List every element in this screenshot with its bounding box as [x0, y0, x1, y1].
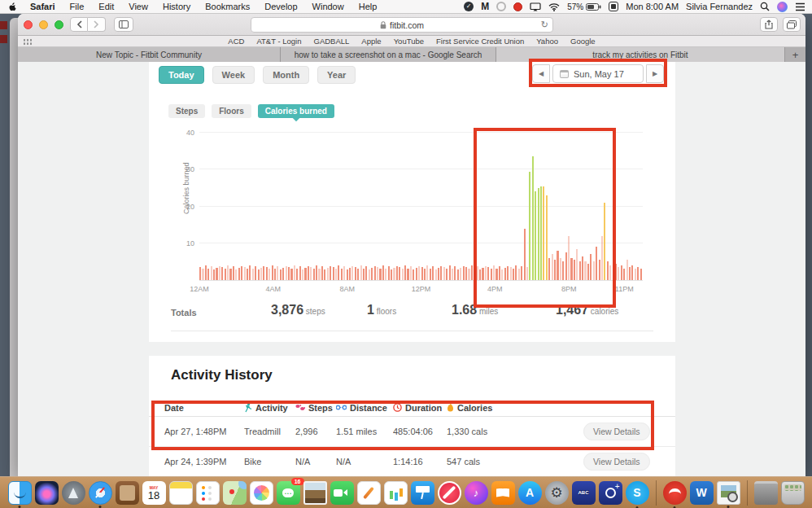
bookmark-item[interactable]: ACD	[228, 37, 244, 46]
menu-item-edit[interactable]: Edit	[91, 2, 121, 11]
calendar-dock-icon[interactable]: MAY18	[142, 481, 166, 505]
pages-dock-icon[interactable]	[357, 481, 381, 505]
forward-button[interactable]	[88, 17, 106, 32]
photo-preview-dock-icon[interactable]	[303, 481, 327, 505]
chart-bar	[351, 266, 353, 280]
menu-item-view[interactable]: View	[121, 2, 155, 11]
reminders-dock-icon[interactable]	[196, 481, 220, 505]
browser-tab[interactable]: New Topic - Fitbit Community	[18, 47, 281, 62]
chart-bar	[435, 269, 437, 280]
metric-tab-steps[interactable]: Steps	[168, 104, 205, 118]
spotlight-search-icon[interactable]	[760, 2, 770, 12]
zoom-window-button[interactable]	[55, 20, 63, 29]
user-menu[interactable]: Silvia Fernandez	[686, 2, 753, 11]
menu-item-window[interactable]: Window	[305, 2, 351, 11]
background-icon	[0, 21, 7, 29]
browser-tab[interactable]: how to take a screenshot on a mac - Goog…	[281, 47, 496, 62]
red-dot-status-icon[interactable]	[513, 2, 522, 11]
wifi-icon[interactable]	[548, 2, 560, 12]
menu-app-name[interactable]: Safari	[23, 2, 63, 11]
capture-person-dock-icon[interactable]	[599, 481, 622, 505]
chart-bar	[460, 268, 461, 280]
chart-bar	[640, 269, 642, 280]
bookmark-item[interactable]: AT&T - Login	[256, 37, 301, 46]
metric-tab-calories-burned[interactable]: Calories burned	[258, 104, 334, 118]
messages-dock-icon[interactable]: 16	[277, 481, 300, 505]
menu-item-help[interactable]: Help	[351, 2, 385, 11]
capture-abc-dock-icon[interactable]: ABC	[572, 481, 596, 505]
app-store-dock-icon[interactable]: A	[518, 481, 542, 505]
close-window-button[interactable]	[24, 20, 33, 29]
siri-dock-icon[interactable]	[35, 481, 59, 505]
menu-item-develop[interactable]: Develop	[257, 2, 304, 11]
period-tab-week[interactable]: Week	[212, 66, 255, 84]
metric-tab-floors[interactable]: Floors	[212, 104, 251, 118]
minimize-window-button[interactable]	[39, 20, 48, 29]
y-axis-tick: 30	[178, 165, 194, 173]
view-details-button[interactable]: View Details	[583, 453, 650, 471]
maps-dock-icon[interactable]	[223, 481, 247, 505]
reload-icon[interactable]: ↻	[541, 20, 548, 30]
chart-bar	[286, 266, 287, 280]
siri-menu-icon[interactable]	[777, 2, 788, 12]
x-axis-tick: 11PM	[615, 285, 634, 293]
menu-clock[interactable]: Mon 8:00 AM	[626, 2, 679, 11]
notes-dock-icon[interactable]	[169, 481, 193, 505]
chart-bar	[338, 265, 339, 280]
bookmark-item[interactable]: Yahoo	[536, 37, 558, 46]
address-bar[interactable]: fitbit.com ↻	[251, 17, 553, 33]
apple-menu-icon[interactable]	[8, 2, 23, 11]
sync-status-icon[interactable]	[496, 2, 506, 11]
safari-dock-icon[interactable]	[89, 481, 112, 505]
notification-center-icon[interactable]	[795, 2, 805, 12]
bookmark-item[interactable]: First Service Credit Union	[436, 37, 524, 46]
parallels-dock-icon[interactable]	[663, 481, 687, 505]
skype-dock-icon[interactable]: S	[626, 481, 649, 505]
system-preferences-dock-icon[interactable]: ⚙	[545, 481, 569, 505]
battery-icon[interactable]	[586, 2, 601, 12]
share-button[interactable]	[760, 17, 778, 32]
period-tab-today[interactable]: Today	[159, 66, 204, 84]
contacts-dock-icon[interactable]	[116, 481, 139, 505]
cell-date: Apr 24, 1:39PM	[164, 457, 244, 466]
finder-dock-icon[interactable]	[8, 481, 32, 505]
chart-bar	[357, 269, 359, 280]
chart-bar	[308, 266, 309, 280]
period-tab-year[interactable]: Year	[317, 66, 356, 84]
bookmark-item[interactable]: Google	[570, 37, 596, 46]
chart-bar	[244, 267, 246, 280]
music-dock-icon[interactable]: ♪	[465, 481, 488, 505]
malwarebytes-status-icon[interactable]: M	[481, 2, 489, 12]
chart-bar	[635, 269, 636, 280]
chart-bar	[268, 269, 270, 280]
airplay-display-icon[interactable]	[530, 2, 541, 12]
facetime-dock-icon[interactable]	[330, 481, 354, 505]
photos-dock-icon[interactable]	[250, 481, 273, 505]
menu-item-bookmarks[interactable]: Bookmarks	[198, 2, 257, 11]
chart-bar	[207, 269, 209, 281]
sidebar-toggle-button[interactable]	[114, 17, 133, 32]
trash-dock-icon[interactable]	[781, 481, 805, 505]
back-button[interactable]	[70, 17, 88, 32]
news-dock-icon[interactable]	[438, 481, 461, 505]
favorites-grid-icon[interactable]	[23, 38, 33, 46]
menu-item-history[interactable]: History	[155, 2, 198, 11]
keynote-dock-icon[interactable]	[411, 481, 434, 505]
x-axis-tick: 8AM	[339, 285, 355, 293]
bookmark-item[interactable]: YouTube	[394, 37, 424, 46]
books-dock-icon[interactable]	[491, 481, 515, 505]
word-dock-icon[interactable]: W	[690, 481, 714, 505]
menu-item-file[interactable]: File	[63, 2, 92, 11]
chart-bar	[382, 265, 384, 280]
new-tab-button[interactable]: +	[785, 47, 805, 62]
input-source-icon[interactable]	[609, 2, 618, 12]
numbers-dock-icon[interactable]	[384, 481, 408, 505]
launchpad-dock-icon[interactable]	[62, 481, 85, 505]
period-tab-month[interactable]: Month	[263, 66, 309, 84]
stack-dock-icon[interactable]	[754, 481, 778, 505]
bookmark-item[interactable]: Apple	[361, 37, 381, 46]
check-circle-status-icon[interactable]: ✓	[464, 2, 474, 11]
photo-search-dock-icon[interactable]	[717, 481, 740, 505]
tab-overview-button[interactable]	[783, 17, 801, 32]
bookmark-item[interactable]: GADBALL	[314, 37, 350, 46]
